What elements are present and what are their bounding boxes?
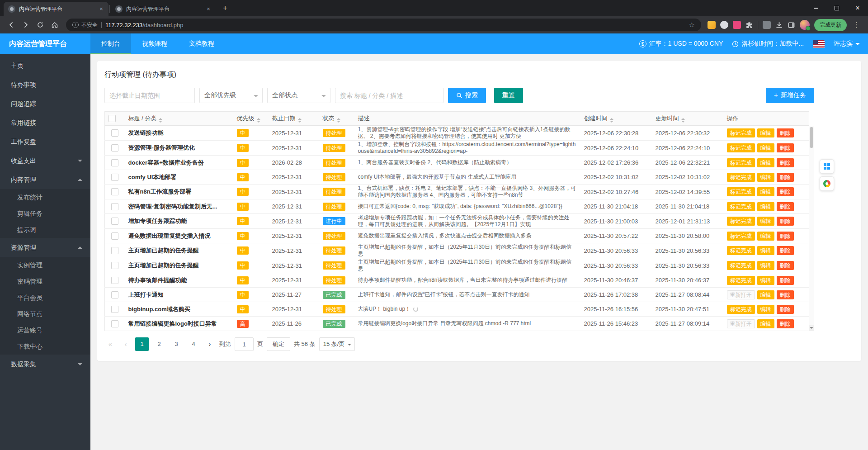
row-checkbox[interactable]	[111, 188, 118, 195]
window-minimize-button[interactable]	[806, 0, 826, 16]
edit-button[interactable]: 编辑	[757, 232, 774, 241]
delete-button[interactable]: 删除	[777, 246, 794, 255]
bookmark-star-icon[interactable]: ☆	[689, 21, 695, 29]
task-title[interactable]: bigbinup.com域名购买	[128, 305, 230, 313]
sidebar-subitem[interactable]: 运营账号	[0, 322, 90, 338]
edit-button[interactable]: 编辑	[757, 319, 774, 328]
delete-button[interactable]: 删除	[777, 128, 794, 137]
sidebar-item[interactable]: 收益支出	[0, 151, 90, 170]
sort-icon[interactable]	[298, 118, 302, 123]
reset-button[interactable]: 重置	[494, 88, 523, 103]
delete-button[interactable]: 删除	[777, 143, 794, 152]
delete-button[interactable]: 删除	[777, 217, 794, 226]
new-tab-button[interactable]: +	[219, 3, 231, 14]
task-title[interactable]: 主页增加已超期的任务提醒	[128, 261, 230, 270]
row-checkbox[interactable]	[111, 232, 118, 240]
task-title[interactable]: 待办事项邮件提醒功能	[128, 276, 230, 284]
task-title[interactable]: 私有n8n工作流服务部署	[128, 188, 230, 196]
sidebar-item[interactable]: 工作复盘	[0, 132, 90, 151]
delete-button[interactable]: 删除	[777, 173, 794, 182]
sort-icon[interactable]	[257, 118, 260, 123]
extension-icon-4[interactable]	[763, 21, 771, 29]
edit-button[interactable]: 编辑	[757, 290, 774, 299]
sidebar-item[interactable]: 主页	[0, 56, 90, 75]
mark-done-button[interactable]: 标记完成	[727, 305, 755, 314]
window-close-button[interactable]: ×	[847, 0, 868, 16]
edit-button[interactable]: 编辑	[757, 143, 774, 152]
edit-button[interactable]: 编辑	[757, 158, 774, 167]
mark-done-button[interactable]: 标记完成	[727, 276, 755, 285]
delete-button[interactable]: 删除	[777, 158, 794, 167]
sort-icon[interactable]	[337, 118, 340, 123]
tab-close-icon[interactable]: ×	[98, 5, 105, 13]
back-button[interactable]	[5, 18, 18, 32]
row-checkbox[interactable]	[111, 291, 118, 298]
row-checkbox[interactable]	[111, 247, 118, 254]
page-size-select[interactable]: 15 条/页	[319, 337, 355, 351]
sort-icon[interactable]	[159, 118, 162, 123]
add-task-button[interactable]: +新增任务	[766, 88, 814, 103]
edit-button[interactable]: 编辑	[757, 261, 774, 270]
mark-done-button[interactable]: 标记完成	[727, 173, 755, 182]
edit-button[interactable]: 编辑	[757, 246, 774, 255]
row-checkbox[interactable]	[111, 262, 118, 269]
header-nav-item[interactable]: 文档教程	[178, 33, 225, 54]
sort-icon[interactable]	[681, 118, 685, 123]
task-title[interactable]: 发送链接功能	[128, 129, 230, 137]
status-select[interactable]: 全部状态	[267, 88, 330, 103]
edit-button[interactable]: 编辑	[757, 173, 774, 182]
sidebar-subitem[interactable]: 平台会员	[0, 289, 90, 306]
row-checkbox[interactable]	[111, 174, 118, 181]
header-nav-item[interactable]: 视频课程	[131, 33, 178, 54]
mark-done-button[interactable]: 标记完成	[727, 143, 755, 152]
search-button[interactable]: 搜索	[448, 88, 486, 103]
mark-done-button[interactable]: 标记完成	[727, 232, 755, 241]
edit-button[interactable]: 编辑	[757, 128, 774, 137]
reopen-button[interactable]: 重新打开	[727, 290, 755, 299]
delete-button[interactable]: 删除	[777, 187, 794, 196]
sidebar-item[interactable]: 资源管理	[0, 238, 90, 257]
task-title[interactable]: 资源管理-服务器管理优化	[128, 144, 230, 152]
priority-select[interactable]: 全部优先级	[199, 88, 263, 103]
next-page-button[interactable]: ›	[204, 337, 216, 351]
page-number-button[interactable]: 4	[187, 337, 200, 351]
sidebar-subitem[interactable]: 发布统计	[0, 189, 90, 205]
task-title[interactable]: comfy UI本地部署	[128, 173, 230, 181]
side-panel-icon[interactable]	[788, 21, 795, 29]
task-title[interactable]: 密码管理-复制密码功能复制后无...	[128, 203, 230, 211]
address-bar[interactable]: i 不安全 117.72.32.233/dashboard.php ☆	[66, 19, 701, 31]
column-header[interactable]: 更新时间	[652, 112, 723, 126]
search-input[interactable]	[335, 88, 443, 103]
task-title[interactable]: 常用链接编辑更换logo时接口异常	[128, 320, 230, 328]
delete-button[interactable]: 删除	[777, 261, 794, 270]
mark-done-button[interactable]: 标记完成	[727, 217, 755, 226]
sort-icon[interactable]	[610, 118, 613, 123]
sidebar-subitem[interactable]: 网络节点	[0, 306, 90, 322]
row-checkbox[interactable]	[111, 144, 118, 152]
row-checkbox[interactable]	[111, 320, 118, 327]
delete-button[interactable]: 删除	[777, 319, 794, 328]
column-header[interactable]: 状态	[319, 112, 354, 126]
sidebar-subitem[interactable]: 密码管理	[0, 273, 90, 289]
mark-done-button[interactable]: 标记完成	[727, 158, 755, 167]
reload-button[interactable]	[33, 18, 47, 32]
date-range-input[interactable]	[104, 88, 195, 103]
browser-tab-active[interactable]: 内容运营管理平台 ×	[4, 2, 108, 16]
mark-done-button[interactable]: 标记完成	[727, 246, 755, 255]
sidebar-subitem[interactable]: 实例管理	[0, 257, 90, 273]
mark-done-button[interactable]: 标记完成	[727, 202, 755, 211]
task-title[interactable]: 增加专项任务跟踪功能	[128, 217, 230, 225]
profile-avatar[interactable]	[800, 20, 810, 30]
sidebar-item[interactable]: 数据采集	[0, 355, 90, 374]
mark-done-button[interactable]: 标记完成	[727, 261, 755, 270]
mark-done-button[interactable]: 标记完成	[727, 187, 755, 196]
chrome-update-button[interactable]: 完成更新	[814, 19, 847, 31]
sidebar-subitem[interactable]: 剪辑任务	[0, 205, 90, 222]
delete-button[interactable]: 删除	[777, 232, 794, 241]
edit-button[interactable]: 编辑	[757, 305, 774, 314]
delete-button[interactable]: 删除	[777, 202, 794, 211]
floating-extension-button[interactable]	[820, 176, 834, 191]
downloads-icon[interactable]	[775, 21, 783, 29]
header-nav-item[interactable]: 控制台	[90, 33, 131, 54]
edit-button[interactable]: 编辑	[757, 202, 774, 211]
